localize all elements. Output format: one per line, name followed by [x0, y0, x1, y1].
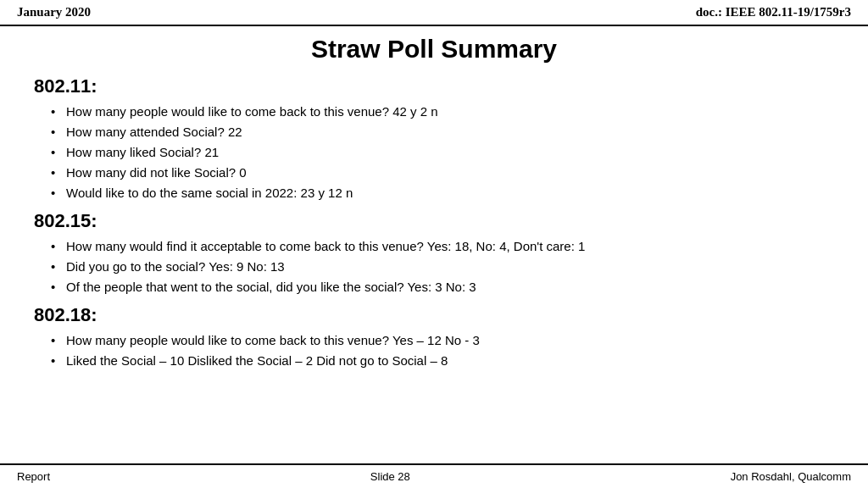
header: January 2020 doc.: IEEE 802.11-19/1759r3: [0, 0, 868, 26]
list-item: How many liked Social? 21: [51, 143, 834, 161]
section-80218: 802.18: How many people would like to co…: [34, 304, 834, 369]
section-80215: 802.15: How many would find it acceptabl…: [34, 210, 834, 296]
slide-container: January 2020 doc.: IEEE 802.11-19/1759r3…: [0, 0, 868, 488]
footer: Report Slide 28 Jon Rosdahl, Qualcomm: [0, 463, 868, 488]
list-item: Of the people that went to the social, d…: [51, 278, 834, 296]
list-item: How many attended Social? 22: [51, 123, 834, 141]
list-item: Would like to do the same social in 2022…: [51, 184, 834, 202]
main-content: Straw Poll Summary 802.11: How many peop…: [0, 26, 868, 386]
section-80215-title: 802.15:: [34, 210, 834, 232]
section-80211: 802.11: How many people would like to co…: [34, 75, 834, 202]
footer-author: Jon Rosdahl, Qualcomm: [731, 470, 851, 483]
footer-slide: Slide 28: [370, 470, 410, 483]
section-80211-title: 802.11:: [34, 75, 834, 97]
footer-report: Report: [17, 470, 50, 483]
section-80218-title: 802.18:: [34, 304, 834, 326]
list-item: How many people would like to come back …: [51, 103, 834, 120]
list-item: Liked the Social – 10 Disliked the Socia…: [51, 352, 834, 369]
section-80215-list: How many would find it acceptable to com…: [51, 237, 834, 296]
section-80211-list: How many people would like to come back …: [51, 103, 834, 202]
list-item: How many did not like Social? 0: [51, 164, 834, 181]
header-date: January 2020: [17, 5, 91, 19]
page-title: Straw Poll Summary: [34, 35, 834, 64]
list-item: How many would find it acceptable to com…: [51, 237, 834, 255]
header-doc: doc.: IEEE 802.11-19/1759r3: [696, 5, 851, 19]
list-item: Did you go to the social? Yes: 9 No: 13: [51, 258, 834, 275]
section-80218-list: How many people would like to come back …: [51, 331, 834, 369]
list-item: How many people would like to come back …: [51, 331, 834, 349]
